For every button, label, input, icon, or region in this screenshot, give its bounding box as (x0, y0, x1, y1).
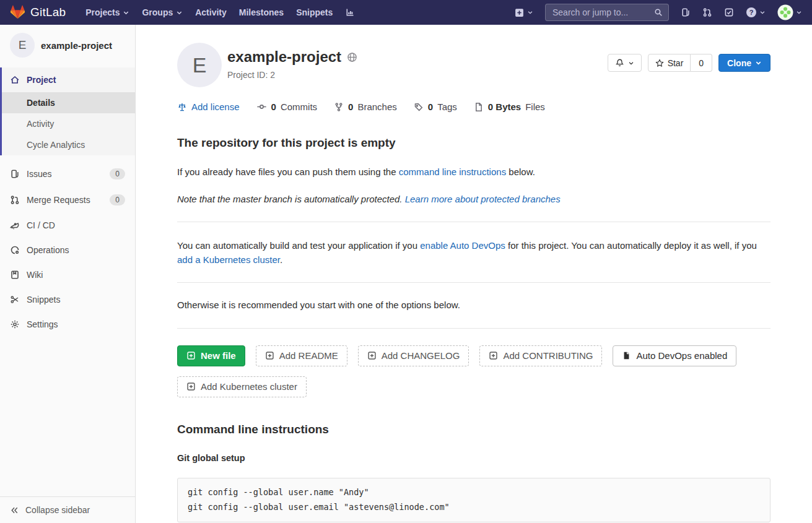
sidebar-item-project[interactable]: Project (2, 67, 135, 92)
sidebar-project-name: example-project (41, 40, 112, 51)
rocket-icon (10, 220, 20, 230)
push-instructions-text: If you already have files you can push t… (177, 165, 771, 179)
merge-requests-count-badge: 0 (110, 194, 125, 205)
star-icon (655, 59, 664, 67)
project-avatar-small: E (10, 33, 35, 58)
clone-button[interactable]: Clone (718, 54, 771, 72)
chevron-down-icon (796, 9, 802, 15)
chevron-down-icon (628, 60, 634, 66)
navbar-item-milestones[interactable]: Milestones (233, 0, 290, 25)
divider (177, 328, 771, 329)
star-button[interactable]: Star (648, 54, 691, 72)
svg-text:?: ? (749, 9, 754, 16)
git-global-setup-code[interactable]: git config --global user.name "Andy" git… (177, 478, 771, 522)
sidebar-item-merge-requests[interactable]: Merge Requests 0 (0, 187, 135, 213)
quick-action-buttons-row-2: Add Kubernetes cluster (177, 376, 771, 397)
star-button-group: Star 0 (648, 54, 712, 72)
add-changelog-button[interactable]: Add CHANGELOG (358, 345, 469, 366)
tags-stat[interactable]: 0 Tags (414, 102, 457, 112)
navbar-item-projects[interactable]: Projects (79, 0, 136, 25)
operations-icon (10, 245, 20, 255)
navbar-item-activity[interactable]: Activity (189, 0, 233, 25)
navbar-links: Projects Groups Activity Milestones Snip… (79, 0, 361, 25)
branch-icon (334, 102, 344, 112)
merge-requests-icon (10, 195, 20, 205)
help-dropdown[interactable]: ? (746, 7, 766, 18)
command-line-instructions-link[interactable]: command line instructions (399, 166, 506, 177)
add-kubernetes-cluster-button[interactable]: Add Kubernetes cluster (177, 376, 307, 397)
add-license-link[interactable]: Add license (177, 102, 240, 112)
star-count[interactable]: 0 (691, 54, 712, 72)
issues-icon (10, 169, 20, 179)
plus-square-icon (265, 351, 274, 360)
protected-branches-link[interactable]: Learn more about protected branches (405, 194, 561, 204)
document-icon (474, 102, 484, 112)
sidebar-item-settings[interactable]: Settings (0, 312, 135, 337)
chevron-down-icon (123, 9, 129, 16)
global-search[interactable] (545, 4, 669, 21)
add-kubernetes-cluster-link[interactable]: add a Kubernetes cluster (177, 254, 280, 265)
sidebar-item-cycle-analytics[interactable]: Cycle Analytics (2, 134, 135, 155)
project-sidebar: E example-project Project Details Activi… (0, 25, 136, 523)
divider (177, 282, 771, 283)
sidebar-section-project: Project Details Activity Cycle Analytics (0, 67, 135, 155)
search-input[interactable] (551, 7, 650, 18)
user-avatar (777, 4, 793, 20)
issues-icon[interactable] (681, 7, 691, 17)
code-line: git config --global user.name "Andy" (188, 486, 760, 499)
sidebar-item-operations[interactable]: Operations (0, 238, 135, 262)
otherwise-text: Otherwise it is recommended you start wi… (177, 298, 771, 313)
add-contributing-button[interactable]: Add CONTRIBUTING (479, 345, 602, 366)
page-title: example-project (227, 48, 341, 66)
chevron-down-icon (527, 9, 533, 15)
gitlab-tanuki-logo-icon (10, 5, 25, 20)
project-actions: Star 0 Clone (608, 54, 771, 87)
sidebar-project-context[interactable]: E example-project (0, 25, 135, 65)
plus-square-icon (514, 7, 525, 18)
navbar-item-snippets[interactable]: Snippets (290, 0, 339, 25)
gitlab-brand-text: GitLab (30, 6, 66, 19)
branches-stat[interactable]: 0 Branches (334, 102, 397, 112)
code-line: git config --global user.email "astevens… (188, 501, 760, 514)
scale-icon (177, 102, 187, 112)
notification-setting-button[interactable] (608, 54, 642, 72)
divider (177, 222, 771, 222)
git-global-setup-title: Git global setup (177, 453, 771, 463)
chevron-down-icon (759, 9, 766, 15)
user-menu-dropdown[interactable] (777, 4, 802, 20)
gitlab-home-link[interactable]: GitLab (10, 5, 66, 20)
charts-icon[interactable] (339, 0, 361, 25)
todos-icon[interactable] (724, 7, 734, 17)
new-file-button[interactable]: New file (177, 345, 245, 366)
double-chevron-left-icon (10, 506, 19, 515)
collapse-sidebar-button[interactable]: Collapse sidebar (0, 496, 136, 523)
globe-icon (347, 52, 357, 63)
commits-stat[interactable]: 0 Commits (256, 102, 318, 112)
plus-square-icon (489, 351, 498, 360)
plus-square-icon (186, 382, 196, 391)
document-icon (622, 351, 631, 360)
navbar-item-groups[interactable]: Groups (136, 0, 189, 25)
chevron-down-icon (176, 9, 183, 16)
plus-square-icon (367, 351, 377, 360)
files-stat[interactable]: 0 Bytes Files (474, 102, 545, 112)
new-menu-dropdown[interactable] (514, 7, 533, 18)
empty-repo-title: The repository for this project is empty (177, 136, 771, 150)
add-readme-button[interactable]: Add README (256, 345, 347, 366)
sidebar-item-activity[interactable]: Activity (2, 113, 135, 134)
project-id-label: Project ID: 2 (227, 70, 357, 80)
enable-auto-devops-link[interactable]: enable Auto DevOps (420, 240, 505, 251)
chevron-down-icon (755, 59, 762, 66)
sidebar-item-ci-cd[interactable]: CI / CD (0, 213, 135, 238)
auto-devops-text: You can automatically build and test you… (177, 239, 772, 267)
search-icon (654, 8, 663, 17)
sidebar-item-wiki[interactable]: Wiki (0, 262, 135, 287)
sidebar-nav: Project Details Activity Cycle Analytics… (0, 67, 135, 337)
cli-section-title: Command line instructions (177, 423, 771, 436)
sidebar-item-snippets[interactable]: Snippets (0, 287, 135, 312)
auto-devops-enabled-button[interactable]: Auto DevOps enabled (613, 345, 736, 366)
sidebar-item-issues[interactable]: Issues 0 (0, 161, 135, 187)
merge-requests-icon[interactable] (702, 7, 712, 17)
sidebar-item-details[interactable]: Details (2, 92, 135, 113)
book-icon (10, 270, 20, 280)
